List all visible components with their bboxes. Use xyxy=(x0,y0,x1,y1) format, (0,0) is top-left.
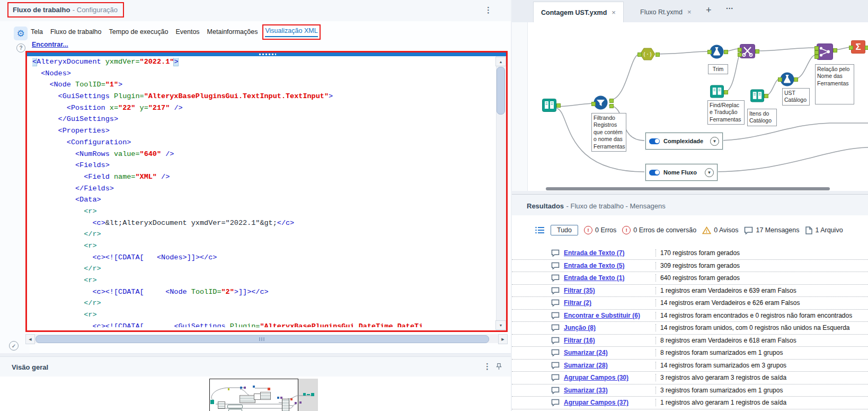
config-tab-eventos[interactable]: Eventos xyxy=(175,28,199,37)
tool-port[interactable] xyxy=(656,53,660,57)
xml-vscroll-thumb[interactable] xyxy=(497,67,505,115)
find-link[interactable]: Encontrar... xyxy=(32,41,68,48)
xml-scroll-down-icon[interactable]: ▼ xyxy=(495,320,506,330)
tab-fluxo-rt[interactable]: Fluxo Rt.yxmd × xyxy=(633,2,698,22)
container-label: Nome Fluxo xyxy=(663,169,697,176)
tool-port[interactable] xyxy=(738,48,742,52)
tool-port[interactable] xyxy=(814,55,819,59)
xml-splitter-handle[interactable] xyxy=(27,53,506,56)
filter-tool[interactable] xyxy=(594,95,608,112)
tool-port[interactable] xyxy=(849,46,853,50)
tool-message-link[interactable]: Filtrar (2) xyxy=(564,299,656,307)
more-tabs-button[interactable]: ··· xyxy=(726,4,733,13)
workflow-canvas[interactable]: (·) Σ FiltrandoRegistrosque contémo nome… xyxy=(512,22,868,191)
xml-code-area[interactable]: <AlteryxDocument yxmdVer="2022.1"> <Node… xyxy=(32,58,493,327)
filter-conversion-errors-button[interactable]: ! 0 Erros de conversão xyxy=(622,226,696,234)
overview-pin-icon[interactable] xyxy=(496,363,502,372)
toggle-on-icon[interactable] xyxy=(649,138,660,144)
tool-message-link[interactable]: Agrupar Campos (37) xyxy=(564,399,656,406)
tool-port[interactable] xyxy=(738,53,742,57)
xml-scroll-right-icon[interactable]: ▶ xyxy=(498,334,508,344)
tool-port[interactable] xyxy=(637,53,642,57)
filter-warnings-button[interactable]: ! 0 Avisos xyxy=(702,226,738,234)
xml-hscroll-track[interactable]: ◀ ▶ xyxy=(25,334,508,343)
canvas-hscroll-thumb[interactable] xyxy=(546,187,830,190)
config-tab-fluxo-de-trabalho[interactable]: Fluxo de trabalho xyxy=(50,28,102,37)
regex-tool[interactable]: (·) xyxy=(640,48,656,63)
tool-message-link[interactable]: Sumarizar (28) xyxy=(564,362,656,369)
tool-port[interactable] xyxy=(794,77,798,82)
tool-port[interactable] xyxy=(724,50,728,54)
text-input-tool[interactable] xyxy=(710,85,724,100)
tool-port[interactable] xyxy=(591,102,596,106)
xml-view-box[interactable]: <AlteryxDocument yxmdVer="2022.1"> <Node… xyxy=(25,51,508,332)
tool-message-link[interactable]: Entrada de Texto (5) xyxy=(564,262,656,269)
formula-tool-ust[interactable] xyxy=(780,72,794,89)
tool-port[interactable] xyxy=(814,50,819,55)
tool-port[interactable] xyxy=(755,49,759,54)
tool-port[interactable] xyxy=(778,77,782,82)
tool-port[interactable] xyxy=(764,94,768,98)
tool-message-link[interactable]: Sumarizar (33) xyxy=(564,387,656,394)
config-tab-tela[interactable]: Tela xyxy=(31,28,43,37)
xml-scroll-left-icon[interactable]: ◀ xyxy=(25,334,35,344)
close-icon[interactable]: × xyxy=(612,8,616,16)
overview-canvas[interactable] xyxy=(0,377,511,411)
filter-messages-button[interactable]: 17 Mensagens xyxy=(744,226,799,234)
tool-port[interactable] xyxy=(724,90,728,94)
xml-scroll-up-icon[interactable]: ▲ xyxy=(495,57,506,66)
tool-port[interactable] xyxy=(865,46,868,50)
config-tab-metainforma-es[interactable]: Metainformações xyxy=(207,28,258,37)
warning-icon: ! xyxy=(702,226,711,234)
container-nome-fluxo[interactable]: Nome Fluxo ▼ xyxy=(645,164,718,181)
tool-message-link[interactable]: Agrupar Campos (30) xyxy=(564,374,656,381)
panel-menu-icon[interactable]: ⋮ xyxy=(484,6,492,14)
tool-label-relacao[interactable]: Relação peloNome dasFerramentas xyxy=(815,64,854,104)
help-icon[interactable]: ? xyxy=(16,43,25,53)
tool-label-trim[interactable]: Trim xyxy=(708,64,728,74)
toggle-on-icon[interactable] xyxy=(649,170,660,176)
tool-message-link[interactable]: Encontrar e Substituir (6) xyxy=(564,312,656,319)
overview-menu-icon[interactable]: ⋮ xyxy=(483,363,491,370)
result-message-row: Agrupar Campos (53)3 registros alvo gera… xyxy=(512,409,868,411)
tool-message-link[interactable]: Entrada de Texto (1) xyxy=(564,274,656,282)
filter-files-button[interactable]: 1 Arquivo xyxy=(805,226,843,234)
config-tab-tempo-de-execu-o[interactable]: Tempo de execução xyxy=(109,28,169,37)
text-input-tool[interactable] xyxy=(542,99,556,114)
tool-label-itens-catalogo[interactable]: Itens doCatálogo xyxy=(747,109,777,126)
filter-all-button[interactable]: Tudo xyxy=(551,225,578,235)
join-tool[interactable] xyxy=(817,43,833,62)
tab-contagem-ust[interactable]: Contagem UST.yxmd × xyxy=(533,2,624,23)
tool-port[interactable] xyxy=(814,46,819,50)
xml-line: <c><![CDATA[ <Node ToolID="2">]]></c> xyxy=(32,288,493,300)
tool-port[interactable] xyxy=(609,104,614,108)
tool-message-link[interactable]: Filtrar (16) xyxy=(564,337,656,344)
tool-port[interactable] xyxy=(707,50,712,54)
formula-tool-trim[interactable] xyxy=(710,45,724,61)
tool-message-link[interactable]: Entrada de Texto (7) xyxy=(564,249,656,257)
tool-label-filtrando[interactable]: FiltrandoRegistrosque contémo nome dasFe… xyxy=(591,113,626,152)
config-title-annotation: Fluxo de trabalho - Configuração xyxy=(7,2,124,18)
container-complexidade[interactable]: Complexidade ▼ xyxy=(645,133,723,150)
settings-tab-selected[interactable]: ⚙ xyxy=(14,27,28,40)
tool-label-find-replace[interactable]: Find/Replace TraduçãoFerramentas xyxy=(707,100,745,125)
chevron-down-icon[interactable]: ▼ xyxy=(710,137,719,146)
text-input-tool[interactable] xyxy=(750,89,764,104)
tool-label-ust-catalogo[interactable]: USTCatálogo xyxy=(782,88,810,106)
tool-message-link[interactable]: Sumarizar (24) xyxy=(564,349,656,356)
new-tab-button[interactable]: + xyxy=(706,5,712,16)
tool-port[interactable] xyxy=(556,103,561,108)
xml-hscroll-thumb[interactable] xyxy=(36,335,489,343)
filter-errors-button[interactable]: ! 0 Erros xyxy=(584,226,616,234)
message-bubble-icon xyxy=(551,337,560,344)
tool-message-link[interactable]: Junção (8) xyxy=(564,324,656,331)
tool-port[interactable] xyxy=(609,99,614,103)
close-icon[interactable]: × xyxy=(687,8,692,16)
config-tab-visualiza-o-xml[interactable]: Visualização XML xyxy=(265,27,317,37)
summarize-tool[interactable]: Σ xyxy=(851,40,865,56)
message-view-icon[interactable] xyxy=(535,226,545,234)
find-replace-tool[interactable] xyxy=(740,44,755,60)
tool-port[interactable] xyxy=(833,48,837,53)
chevron-down-icon[interactable]: ▼ xyxy=(705,168,714,177)
tool-message-link[interactable]: Filtrar (35) xyxy=(564,287,656,294)
